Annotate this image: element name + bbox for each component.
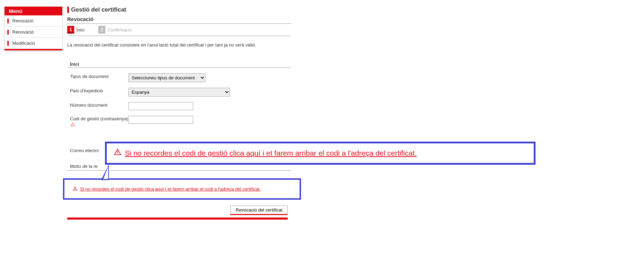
- svg-point-1: [117, 154, 118, 154]
- callout-small: Si no recordes el codi de gestió clica a…: [63, 178, 301, 200]
- country-label: País d'expedició: [67, 88, 128, 94]
- doc-num-input[interactable]: [128, 102, 193, 110]
- red-bar-icon: [7, 30, 9, 35]
- description-text: La revocació del certificat consisteix e…: [67, 42, 291, 48]
- step-indicator: 1 Inici 2 Confirmació: [67, 26, 291, 34]
- step-label-2: Confirmació: [107, 27, 132, 33]
- form-row-doc-type: Tipus de document Seleccioneu tipus de d…: [67, 73, 291, 82]
- warning-icon: [73, 186, 77, 192]
- page-title-text: Gestió del certificat: [71, 6, 126, 13]
- step-2: 2 Confirmació: [98, 26, 132, 34]
- red-bar-icon: [7, 41, 9, 46]
- callout-small-link[interactable]: Si no recordes el codi de gestió clica a…: [80, 186, 261, 192]
- menu-item-revocacio[interactable]: Revocació: [5, 15, 62, 27]
- country-select[interactable]: Espanya: [128, 88, 230, 97]
- step-number-2: 2: [98, 26, 105, 34]
- submit-area: Revocació del certificat: [67, 206, 291, 215]
- sidebar-footer-bar: [5, 49, 62, 50]
- step-number-1: 1: [67, 26, 74, 34]
- callout-large: Si no recordes el codi de gestió clica a…: [105, 142, 536, 165]
- svg-point-5: [75, 189, 75, 190]
- title-bar-icon: [67, 7, 69, 13]
- step-1: 1 Inici: [67, 26, 84, 34]
- doc-num-label: Número document: [67, 102, 128, 108]
- code-input[interactable]: [128, 116, 193, 124]
- code-label-text: Codi de gestió (contrasenya): [70, 116, 128, 121]
- callout-large-link[interactable]: Si no recordes el codi de gestió clica a…: [125, 149, 417, 157]
- motiu-label-partial: Motiu de la re: [67, 164, 291, 171]
- code-label: Codi de gestió (contrasenya): [67, 116, 128, 128]
- menu-item-label: Renovació: [12, 29, 34, 35]
- form-row-code: Codi de gestió (contrasenya): [67, 116, 291, 128]
- revocacio-button[interactable]: Revocació del certificat: [230, 206, 288, 215]
- menu-item-modificacio[interactable]: Modificació: [5, 38, 62, 49]
- warning-icon: [71, 122, 75, 128]
- section-label: Inici: [67, 62, 291, 67]
- menu-item-label: Revocació: [12, 18, 34, 23]
- sidebar-menu: Menú Revocació Renovació Modificació: [4, 6, 63, 51]
- doc-type-label: Tipus de document: [67, 73, 128, 80]
- form-row-doc-num: Número document: [67, 102, 291, 110]
- step-label-1: Inici: [76, 27, 84, 33]
- form-row-country: País d'expedició Espanya: [67, 88, 291, 97]
- doc-type-select[interactable]: Seleccioneu tipus de document: [128, 73, 205, 82]
- menu-item-renovacio[interactable]: Renovació: [5, 27, 62, 38]
- divider: [67, 23, 291, 24]
- warning-icon: [114, 148, 121, 158]
- divider: [67, 36, 291, 36]
- bottom-red-bar: [67, 218, 288, 220]
- red-bar-icon: [7, 19, 9, 23]
- menu-item-label: Modificació: [12, 41, 35, 46]
- menu-header: Menú: [5, 7, 62, 15]
- page-title: Gestió del certificat: [67, 6, 291, 13]
- sub-title: Revocació: [67, 16, 291, 22]
